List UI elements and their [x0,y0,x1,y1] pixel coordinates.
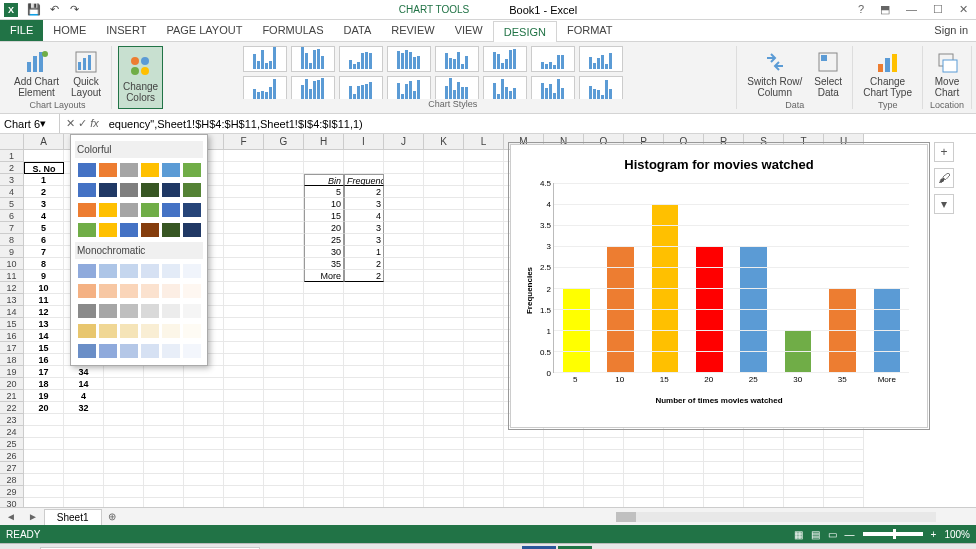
cell[interactable] [384,270,424,282]
cell[interactable] [104,474,144,486]
cell[interactable] [424,234,464,246]
color-swatch[interactable] [78,183,96,197]
minimize-icon[interactable]: — [902,3,921,16]
qat-redo-icon[interactable]: ↷ [66,2,82,18]
col-header[interactable]: L [464,134,504,150]
view-pagebreak-icon[interactable]: ▭ [828,529,837,540]
cell[interactable] [424,270,464,282]
cell[interactable] [424,294,464,306]
cell[interactable] [264,366,304,378]
cell[interactable] [464,234,504,246]
cell[interactable] [464,474,504,486]
cell[interactable] [424,378,464,390]
color-swatch[interactable] [162,223,180,237]
cell[interactable] [24,438,64,450]
cell[interactable] [304,390,344,402]
cell[interactable] [384,378,424,390]
color-swatch[interactable] [183,203,201,217]
cell[interactable] [144,426,184,438]
cell[interactable] [744,450,784,462]
tab-page-layout[interactable]: PAGE LAYOUT [156,20,252,41]
tab-review[interactable]: REVIEW [381,20,444,41]
cell[interactable] [784,462,824,474]
cell[interactable] [464,486,504,498]
cell[interactable] [344,498,384,507]
color-picker-dropdown[interactable]: Colorful Monochromatic [70,134,208,366]
cell[interactable]: 13 [24,318,64,330]
cell[interactable] [224,390,264,402]
cell[interactable] [464,246,504,258]
cell[interactable] [104,462,144,474]
cell[interactable] [384,186,424,198]
row-header[interactable]: 5 [0,198,24,210]
cell[interactable] [104,366,144,378]
cell[interactable] [144,462,184,474]
row-header[interactable]: 11 [0,270,24,282]
cell[interactable]: 35 [304,258,344,270]
cell[interactable]: 3 [344,198,384,210]
cell[interactable] [744,462,784,474]
cell[interactable] [464,198,504,210]
cell[interactable] [104,486,144,498]
color-swatch[interactable] [162,284,180,298]
cell[interactable] [384,354,424,366]
cell[interactable] [64,498,104,507]
color-swatch[interactable] [183,344,201,358]
cell[interactable]: 11 [24,294,64,306]
zoom-out-icon[interactable]: — [845,529,855,540]
cell[interactable] [464,366,504,378]
cell[interactable] [344,282,384,294]
change-chart-type-button[interactable]: Change Chart Type [859,46,916,100]
cell[interactable] [424,150,464,162]
cell[interactable] [464,258,504,270]
cell[interactable] [224,210,264,222]
cell[interactable] [384,438,424,450]
cell[interactable] [344,366,384,378]
tab-format[interactable]: FORMAT [557,20,623,41]
cell[interactable] [464,426,504,438]
cell[interactable] [264,462,304,474]
chart-style-thumb[interactable] [339,76,383,99]
cell[interactable] [424,186,464,198]
cell[interactable] [344,450,384,462]
cell[interactable] [464,210,504,222]
color-swatch[interactable] [141,183,159,197]
color-swatch[interactable] [99,183,117,197]
cell[interactable] [264,354,304,366]
fx-icon[interactable]: ✕ ✓ fx [60,117,105,130]
cell[interactable] [424,462,464,474]
cell[interactable] [304,462,344,474]
cell[interactable] [464,162,504,174]
cell[interactable] [424,450,464,462]
cell[interactable] [384,234,424,246]
cell[interactable] [224,162,264,174]
cell[interactable] [424,210,464,222]
row-header[interactable]: 20 [0,378,24,390]
chart-style-thumb[interactable] [483,76,527,99]
cell[interactable] [704,474,744,486]
color-swatch[interactable] [120,264,138,278]
cell[interactable]: 14 [24,330,64,342]
mcafee-icon[interactable]: Ⓜ [486,546,520,550]
cell[interactable] [184,402,224,414]
cell[interactable] [264,306,304,318]
cell[interactable] [464,378,504,390]
cell[interactable] [344,342,384,354]
cell[interactable]: 2 [24,186,64,198]
cell[interactable] [264,198,304,210]
sheet-tab[interactable]: Sheet1 [44,509,102,525]
cell[interactable] [824,474,864,486]
cell[interactable] [344,162,384,174]
cell[interactable] [224,198,264,210]
cell[interactable] [64,486,104,498]
view-layout-icon[interactable]: ▤ [811,529,820,540]
cell[interactable] [384,486,424,498]
row-header[interactable]: 22 [0,402,24,414]
cell[interactable] [504,486,544,498]
cell[interactable] [464,294,504,306]
row-header[interactable]: 24 [0,426,24,438]
cell[interactable] [824,462,864,474]
cell[interactable] [344,414,384,426]
select-data-button[interactable]: Select Data [810,46,846,100]
cell[interactable]: S. No [24,162,64,174]
